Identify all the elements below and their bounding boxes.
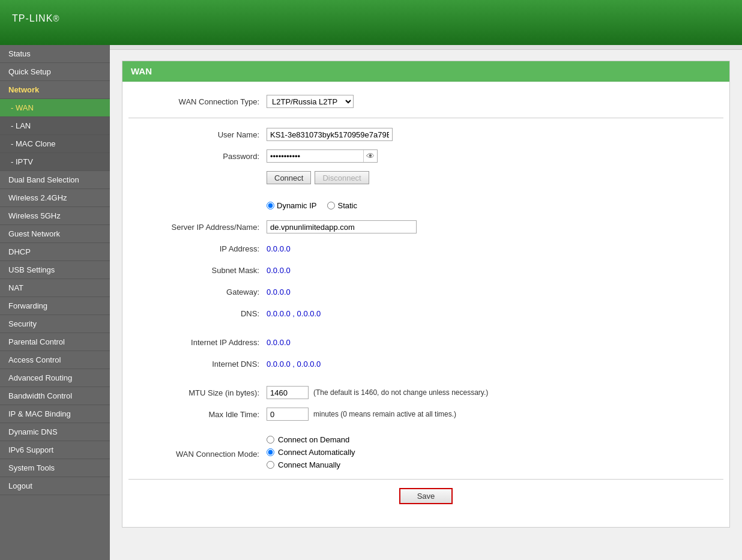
sidebar-item-parental-control[interactable]: Parental Control <box>0 333 110 351</box>
sidebar-item-nat[interactable]: NAT <box>0 279 110 297</box>
dynamic-ip-option[interactable]: Dynamic IP <box>267 201 316 210</box>
ip-type-row: Dynamic IP Static <box>128 197 723 213</box>
internet-ip-value: 0.0.0.0 <box>267 338 291 347</box>
mode-automatically-label: Connect Automatically <box>278 448 355 457</box>
server-ip-row: Server IP Address/Name: <box>128 219 723 235</box>
sidebar-item-dynamic-dns[interactable]: Dynamic DNS <box>0 423 110 441</box>
gateway-row: Gateway: 0.0.0.0 <box>128 284 723 300</box>
mode-on-demand-label: Connect on Demand <box>278 435 349 444</box>
server-ip-input[interactable] <box>267 220 417 233</box>
max-idle-hint: minutes (0 means remain active at all ti… <box>313 410 456 418</box>
subnet-mask-value: 0.0.0.0 <box>267 266 291 275</box>
gateway-label: Gateway: <box>128 288 267 297</box>
wan-section: WAN WAN Connection Type: L2TP/Russia L2T… <box>122 61 730 528</box>
connect-button[interactable]: Connect <box>267 171 311 184</box>
page-body: WAN Connection Type: L2TP/Russia L2TP Dy… <box>122 82 729 527</box>
sidebar-item-security[interactable]: Security <box>0 315 110 333</box>
sidebar-item-network[interactable]: Network <box>0 81 110 99</box>
mode-on-demand-row: Connect on Demand <box>267 435 366 444</box>
password-input[interactable] <box>267 150 363 162</box>
ip-address-row: IP Address: 0.0.0.0 <box>128 241 723 256</box>
header: TP-LINK® <box>0 0 742 45</box>
internet-ip-row: Internet IP Address: 0.0.0.0 <box>128 334 723 350</box>
sidebar-item-system-tools[interactable]: System Tools <box>0 459 110 477</box>
wan-mode-row: WAN Connection Mode: Connect on Demand <box>128 435 723 473</box>
sidebar-item-mac-clone[interactable]: - MAC Clone <box>0 135 110 153</box>
wan-connection-type-select[interactable]: L2TP/Russia L2TP Dynamic IP Static IP PP… <box>267 95 354 108</box>
sidebar-item-wireless-5[interactable]: Wireless 5GHz <box>0 207 110 225</box>
mode-automatically-option[interactable]: Connect Automatically <box>267 448 355 457</box>
password-row: Password: 👁 <box>128 148 723 164</box>
server-ip-label: Server IP Address/Name: <box>128 223 267 232</box>
mode-manually-option[interactable]: Connect Manually <box>267 460 340 469</box>
static-ip-radio[interactable] <box>327 202 335 209</box>
eye-icon[interactable]: 👁 <box>363 150 377 162</box>
disconnect-button[interactable]: Disconnect <box>315 171 369 184</box>
static-ip-label: Static <box>337 201 357 210</box>
dns-value: 0.0.0.0 , 0.0.0.0 <box>267 309 321 318</box>
connect-buttons-row: Connect Disconnect <box>128 170 723 185</box>
main-content: WAN WAN Connection Type: L2TP/Russia L2T… <box>110 45 742 560</box>
sidebar-item-dual-band[interactable]: Dual Band Selection <box>0 171 110 189</box>
subnet-mask-row: Subnet Mask: 0.0.0.0 <box>128 262 723 278</box>
max-idle-label: Max Idle Time: <box>128 410 267 419</box>
save-row: Save <box>128 479 723 515</box>
mtu-label: MTU Size (in bytes): <box>128 388 267 397</box>
username-input[interactable] <box>267 128 393 141</box>
sidebar-item-lan[interactable]: - LAN <box>0 117 110 135</box>
logo-sup: ® <box>53 14 59 23</box>
username-label: User Name: <box>128 130 267 139</box>
sidebar-item-advanced-routing[interactable]: Advanced Routing <box>0 369 110 387</box>
internet-dns-value: 0.0.0.0 , 0.0.0.0 <box>267 360 321 369</box>
mode-manually-row: Connect Manually <box>267 460 366 469</box>
sidebar-item-logout[interactable]: Logout <box>0 477 110 495</box>
sidebar-item-wireless-24[interactable]: Wireless 2.4GHz <box>0 189 110 207</box>
wan-connection-type-label: WAN Connection Type: <box>128 97 267 106</box>
sidebar-item-access-control[interactable]: Access Control <box>0 351 110 369</box>
sidebar-item-usb-settings[interactable]: USB Settings <box>0 261 110 279</box>
save-button[interactable]: Save <box>399 488 453 504</box>
mtu-hint: (The default is 1460, do not change unle… <box>313 388 488 397</box>
sidebar-item-ipv6-support[interactable]: IPv6 Support <box>0 441 110 459</box>
logo: TP-LINK® <box>12 11 60 34</box>
mode-on-demand-radio[interactable] <box>267 436 274 444</box>
sidebar-item-status[interactable]: Status <box>0 45 110 63</box>
subnet-mask-label: Subnet Mask: <box>128 266 267 275</box>
mode-manually-radio[interactable] <box>267 461 274 469</box>
mode-on-demand-option[interactable]: Connect on Demand <box>267 435 349 444</box>
static-ip-option[interactable]: Static <box>327 201 357 210</box>
top-strip <box>110 45 742 50</box>
dns-label: DNS: <box>128 309 267 318</box>
sidebar-item-bandwidth-control[interactable]: Bandwidth Control <box>0 387 110 405</box>
password-wrapper: 👁 <box>267 149 378 163</box>
dynamic-ip-radio[interactable] <box>267 202 274 209</box>
internet-dns-label: Internet DNS: <box>128 360 267 369</box>
mode-manually-label: Connect Manually <box>278 460 340 469</box>
sidebar-item-forwarding[interactable]: Forwarding <box>0 297 110 315</box>
layout: Status Quick Setup Network - WAN - LAN -… <box>0 45 742 560</box>
page-title: WAN <box>122 61 729 82</box>
sidebar-item-quick-setup[interactable]: Quick Setup <box>0 63 110 81</box>
mtu-input[interactable] <box>267 386 309 399</box>
wan-mode-label: WAN Connection Mode: <box>128 450 267 459</box>
mode-automatically-radio[interactable] <box>267 448 274 456</box>
ip-address-value: 0.0.0.0 <box>267 244 291 253</box>
sidebar-item-guest-network[interactable]: Guest Network <box>0 225 110 243</box>
max-idle-input[interactable] <box>267 408 309 421</box>
dns-row: DNS: 0.0.0.0 , 0.0.0.0 <box>128 306 723 321</box>
max-idle-row: Max Idle Time: minutes (0 means remain a… <box>128 406 723 422</box>
wan-connection-type-row: WAN Connection Type: L2TP/Russia L2TP Dy… <box>128 94 723 109</box>
sidebar-item-iptv[interactable]: - IPTV <box>0 153 110 171</box>
sidebar-item-dhcp[interactable]: DHCP <box>0 243 110 261</box>
sidebar-item-ip-mac-binding[interactable]: IP & MAC Binding <box>0 405 110 423</box>
internet-dns-row: Internet DNS: 0.0.0.0 , 0.0.0.0 <box>128 356 723 372</box>
dynamic-ip-label: Dynamic IP <box>277 201 316 210</box>
mtu-row: MTU Size (in bytes): (The default is 146… <box>128 385 723 400</box>
gateway-value: 0.0.0.0 <box>267 288 291 297</box>
internet-ip-label: Internet IP Address: <box>128 338 267 347</box>
sidebar: Status Quick Setup Network - WAN - LAN -… <box>0 45 110 560</box>
password-label: Password: <box>128 152 267 161</box>
wan-mode-options: Connect on Demand Connect Automatically <box>267 435 366 473</box>
sidebar-item-wan[interactable]: - WAN <box>0 99 110 117</box>
ip-address-label: IP Address: <box>128 244 267 253</box>
